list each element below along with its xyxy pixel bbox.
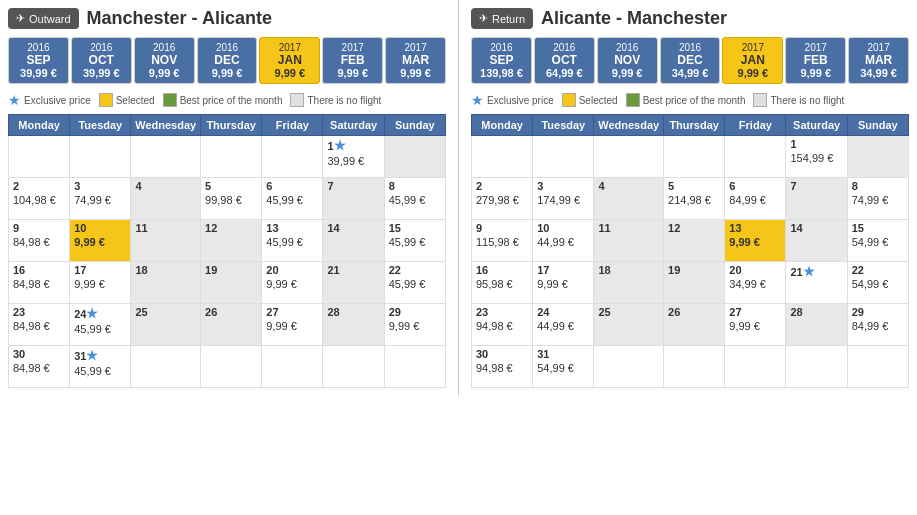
- cal-cell[interactable]: 18: [131, 262, 201, 304]
- cal-cell[interactable]: 9115,98 €: [472, 220, 533, 262]
- month-btn-dec[interactable]: 2016DEC9,99 €: [197, 37, 258, 84]
- month-btn-nov[interactable]: 2016NOV9,99 €: [597, 37, 658, 84]
- cal-cell[interactable]: 4: [131, 178, 201, 220]
- cal-cell[interactable]: 11: [131, 220, 201, 262]
- cal-cell[interactable]: 26: [664, 304, 725, 346]
- month-btn-oct[interactable]: 2016OCT64,99 €: [534, 37, 595, 84]
- cal-cell[interactable]: 3094,98 €: [472, 346, 533, 388]
- week-row: 2394,98 €2444,99 €2526279,99 €282984,99 …: [472, 304, 909, 346]
- month-btn-mar[interactable]: 2017MAR34,99 €: [848, 37, 909, 84]
- cal-cell[interactable]: 28: [786, 304, 847, 346]
- cal-cell[interactable]: 599,98 €: [201, 178, 262, 220]
- week-row: 2104,98 €374,99 €4599,98 €645,99 €7845,9…: [9, 178, 446, 220]
- day-number: 23: [476, 306, 528, 318]
- day-price: 74,99 €: [852, 194, 904, 206]
- cal-cell[interactable]: 1695,98 €: [472, 262, 533, 304]
- day-price: 9,99 €: [266, 320, 318, 332]
- cal-cell[interactable]: 109,99 €: [70, 220, 131, 262]
- cal-cell[interactable]: 12: [664, 220, 725, 262]
- return-route: Alicante - Manchester: [541, 8, 727, 29]
- month-btn-sep[interactable]: 2016SEP139,98 €: [471, 37, 532, 84]
- day-number: 12: [668, 222, 720, 234]
- cal-cell[interactable]: 645,99 €: [262, 178, 323, 220]
- day-price: 45,99 €: [389, 236, 441, 248]
- cal-cell[interactable]: 28: [323, 304, 384, 346]
- cal-cell[interactable]: 1★39,99 €: [323, 136, 384, 178]
- cal-cell[interactable]: 2104,98 €: [9, 178, 70, 220]
- cal-cell[interactable]: 2034,99 €: [725, 262, 786, 304]
- cal-cell[interactable]: 1554,99 €: [847, 220, 908, 262]
- cal-cell[interactable]: 179,99 €: [70, 262, 131, 304]
- cal-cell[interactable]: 26: [201, 304, 262, 346]
- cal-cell[interactable]: 21★: [786, 262, 847, 304]
- month-btn-feb[interactable]: 2017FEB9,99 €: [785, 37, 846, 84]
- outward-legend: ★ Exclusive price Selected Best price of…: [8, 92, 446, 108]
- day-price: 84,98 €: [13, 362, 65, 374]
- cal-cell[interactable]: 1345,99 €: [262, 220, 323, 262]
- cal-cell[interactable]: 139,99 €: [725, 220, 786, 262]
- day-price: 279,98 €: [476, 194, 528, 206]
- cal-cell[interactable]: 4: [594, 178, 664, 220]
- cal-cell: [131, 136, 201, 178]
- month-btn-dec[interactable]: 2016DEC34,99 €: [660, 37, 721, 84]
- cal-cell[interactable]: 1545,99 €: [384, 220, 445, 262]
- cal-cell[interactable]: 21: [323, 262, 384, 304]
- month-btn-sep[interactable]: 2016SEP39,99 €: [8, 37, 69, 84]
- cal-cell[interactable]: 2394,98 €: [472, 304, 533, 346]
- cal-cell[interactable]: 3154,99 €: [533, 346, 594, 388]
- cal-cell[interactable]: 279,99 €: [262, 304, 323, 346]
- cal-cell[interactable]: 374,99 €: [70, 178, 131, 220]
- cal-cell[interactable]: 25: [594, 304, 664, 346]
- cal-cell[interactable]: 19: [664, 262, 725, 304]
- month-btn-jan[interactable]: 2017JAN9,99 €: [722, 37, 783, 84]
- cal-cell[interactable]: 7: [323, 178, 384, 220]
- day-number: 21★: [790, 264, 842, 279]
- cal-cell[interactable]: 2245,99 €: [384, 262, 445, 304]
- cal-cell: [594, 136, 664, 178]
- cal-cell[interactable]: 14: [323, 220, 384, 262]
- cal-cell[interactable]: 2984,99 €: [847, 304, 908, 346]
- cal-cell[interactable]: 31★45,99 €: [70, 346, 131, 388]
- cal-cell[interactable]: 11: [594, 220, 664, 262]
- return-calendar: MondayTuesdayWednesdayThursdayFridaySatu…: [471, 114, 909, 388]
- month-btn-mar[interactable]: 2017MAR9,99 €: [385, 37, 446, 84]
- cal-cell[interactable]: 2444,99 €: [533, 304, 594, 346]
- cal-cell[interactable]: 3084,98 €: [9, 346, 70, 388]
- cal-cell[interactable]: 19: [201, 262, 262, 304]
- day-price: 214,98 €: [668, 194, 720, 206]
- cal-cell[interactable]: 7: [786, 178, 847, 220]
- cal-cell[interactable]: 12: [201, 220, 262, 262]
- cal-cell[interactable]: 1684,98 €: [9, 262, 70, 304]
- day-price: 54,99 €: [852, 278, 904, 290]
- cal-cell[interactable]: 209,99 €: [262, 262, 323, 304]
- cal-cell[interactable]: 5214,98 €: [664, 178, 725, 220]
- day-number: 11: [598, 222, 659, 234]
- cal-cell[interactable]: 279,99 €: [725, 304, 786, 346]
- month-btn-oct[interactable]: 2016OCT39,99 €: [71, 37, 132, 84]
- cal-cell[interactable]: 1044,99 €: [533, 220, 594, 262]
- cal-cell[interactable]: 2279,98 €: [472, 178, 533, 220]
- day-number: 20: [729, 264, 781, 276]
- cal-cell[interactable]: 3174,99 €: [533, 178, 594, 220]
- cal-cell[interactable]: 18: [594, 262, 664, 304]
- day-price: 39,99 €: [327, 155, 379, 167]
- day-number: 28: [790, 306, 842, 318]
- cal-cell[interactable]: 24★45,99 €: [70, 304, 131, 346]
- cal-cell[interactable]: 25: [131, 304, 201, 346]
- cal-cell[interactable]: 984,98 €: [9, 220, 70, 262]
- cal-cell[interactable]: 179,99 €: [533, 262, 594, 304]
- day-price: 84,98 €: [13, 236, 65, 248]
- cal-cell[interactable]: 684,99 €: [725, 178, 786, 220]
- cal-cell[interactable]: 2384,98 €: [9, 304, 70, 346]
- cal-cell[interactable]: 845,99 €: [384, 178, 445, 220]
- cal-cell[interactable]: 1154,99 €: [786, 136, 847, 178]
- month-btn-nov[interactable]: 2016NOV9,99 €: [134, 37, 195, 84]
- legend-no-flight: There is no flight: [290, 93, 381, 107]
- month-btn-jan[interactable]: 2017JAN9,99 €: [259, 37, 320, 84]
- month-btn-feb[interactable]: 2017FEB9,99 €: [322, 37, 383, 84]
- cal-cell[interactable]: 14: [786, 220, 847, 262]
- cal-cell[interactable]: 299,99 €: [384, 304, 445, 346]
- day-number: 30: [476, 348, 528, 360]
- cal-cell[interactable]: 2254,99 €: [847, 262, 908, 304]
- cal-cell[interactable]: 874,99 €: [847, 178, 908, 220]
